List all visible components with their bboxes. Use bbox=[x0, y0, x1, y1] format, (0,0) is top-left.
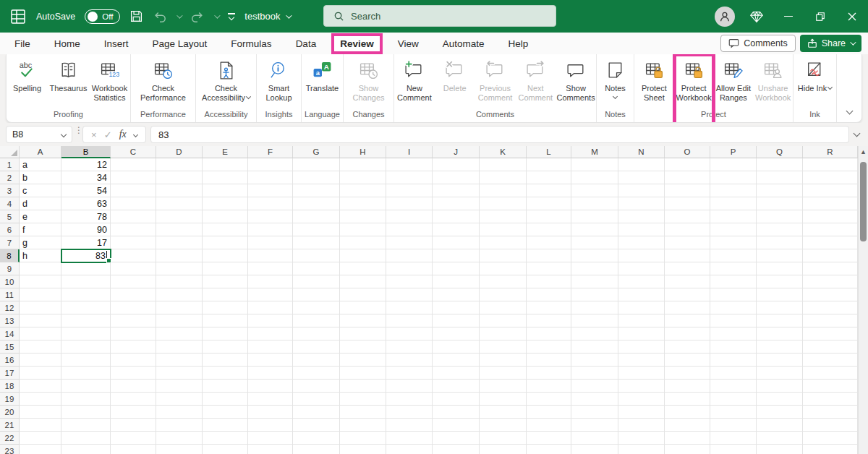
tab-review[interactable]: Review bbox=[331, 33, 383, 54]
cell-C23[interactable] bbox=[111, 445, 156, 454]
cell-B16[interactable] bbox=[61, 354, 111, 367]
cell-D13[interactable] bbox=[156, 314, 203, 327]
row-header-4[interactable]: 4 bbox=[0, 197, 20, 210]
cell-P19[interactable] bbox=[710, 393, 757, 406]
cell-M4[interactable] bbox=[571, 197, 618, 210]
cell-I16[interactable] bbox=[386, 354, 433, 367]
cell-A22[interactable] bbox=[20, 432, 61, 445]
cell-G4[interactable] bbox=[293, 197, 340, 210]
cell-A10[interactable] bbox=[20, 275, 61, 288]
cell-L10[interactable] bbox=[527, 275, 571, 288]
cell-A9[interactable] bbox=[20, 262, 61, 275]
cell-P11[interactable] bbox=[710, 288, 757, 301]
cell-L19[interactable] bbox=[527, 393, 571, 406]
cell-E10[interactable] bbox=[203, 275, 248, 288]
row-header-22[interactable]: 22 bbox=[0, 432, 20, 445]
cell-G21[interactable] bbox=[293, 419, 340, 432]
cell-L14[interactable] bbox=[527, 327, 571, 340]
cell-M12[interactable] bbox=[571, 301, 618, 314]
row-header-11[interactable]: 11 bbox=[0, 288, 20, 301]
cell-N12[interactable] bbox=[618, 301, 665, 314]
cell-H5[interactable] bbox=[340, 210, 386, 223]
cell-H22[interactable] bbox=[340, 432, 386, 445]
cell-C9[interactable] bbox=[111, 262, 156, 275]
cell-P6[interactable] bbox=[710, 223, 757, 236]
cell-R3[interactable] bbox=[803, 184, 858, 197]
cell-B15[interactable] bbox=[61, 340, 111, 354]
show-comments-button[interactable]: Show Comments bbox=[556, 58, 596, 108]
row-header-23[interactable]: 23 bbox=[0, 445, 20, 454]
cell-B17[interactable] bbox=[61, 367, 111, 380]
cell-L11[interactable] bbox=[527, 288, 571, 301]
cell-P16[interactable] bbox=[710, 354, 757, 367]
cell-R16[interactable] bbox=[803, 354, 858, 367]
cell-I12[interactable] bbox=[386, 301, 433, 314]
cell-R17[interactable] bbox=[803, 367, 858, 380]
cell-N23[interactable] bbox=[618, 445, 665, 454]
cell-J6[interactable] bbox=[433, 223, 480, 236]
cell-A23[interactable] bbox=[20, 445, 61, 454]
cell-N20[interactable] bbox=[618, 406, 665, 419]
cell-O9[interactable] bbox=[665, 262, 710, 275]
cell-B18[interactable] bbox=[61, 380, 111, 393]
cell-I15[interactable] bbox=[386, 340, 433, 354]
cell-C21[interactable] bbox=[111, 419, 156, 432]
cell-D18[interactable] bbox=[156, 380, 203, 393]
cell-I5[interactable] bbox=[386, 210, 433, 223]
column-header-H[interactable]: H bbox=[340, 146, 386, 158]
cell-N2[interactable] bbox=[618, 171, 665, 184]
cell-G18[interactable] bbox=[293, 380, 340, 393]
cell-L13[interactable] bbox=[527, 314, 571, 327]
cell-A2[interactable]: b bbox=[20, 171, 61, 184]
column-header-M[interactable]: M bbox=[571, 146, 618, 158]
cell-Q17[interactable] bbox=[757, 367, 803, 380]
cell-R19[interactable] bbox=[803, 393, 858, 406]
cell-C5[interactable] bbox=[111, 210, 156, 223]
enter-icon[interactable]: ✓ bbox=[104, 129, 112, 140]
cell-L9[interactable] bbox=[527, 262, 571, 275]
cell-N4[interactable] bbox=[618, 197, 665, 210]
cell-J1[interactable] bbox=[433, 158, 480, 171]
cell-J7[interactable] bbox=[433, 236, 480, 249]
row-header-6[interactable]: 6 bbox=[0, 223, 20, 236]
row-header-18[interactable]: 18 bbox=[0, 380, 20, 393]
vertical-scrollbar[interactable]: ▲ bbox=[858, 146, 868, 454]
cell-G12[interactable] bbox=[293, 301, 340, 314]
cell-H17[interactable] bbox=[340, 367, 386, 380]
cell-Q12[interactable] bbox=[757, 301, 803, 314]
cell-D5[interactable] bbox=[156, 210, 203, 223]
cell-P4[interactable] bbox=[710, 197, 757, 210]
cell-B8[interactable]: 83 bbox=[61, 249, 111, 262]
cell-L1[interactable] bbox=[527, 158, 571, 171]
cell-F13[interactable] bbox=[248, 314, 293, 327]
save-icon[interactable] bbox=[129, 9, 143, 23]
cell-K23[interactable] bbox=[480, 445, 527, 454]
cell-Q3[interactable] bbox=[757, 184, 803, 197]
cell-A14[interactable] bbox=[20, 327, 61, 340]
notes-button[interactable]: Notes bbox=[597, 58, 634, 108]
cell-K20[interactable] bbox=[480, 406, 527, 419]
cell-A11[interactable] bbox=[20, 288, 61, 301]
cell-O5[interactable] bbox=[665, 210, 710, 223]
cell-N3[interactable] bbox=[618, 184, 665, 197]
cell-K18[interactable] bbox=[480, 380, 527, 393]
cell-A18[interactable] bbox=[20, 380, 61, 393]
cell-D16[interactable] bbox=[156, 354, 203, 367]
cell-C7[interactable] bbox=[111, 236, 156, 249]
row-header-13[interactable]: 13 bbox=[0, 314, 20, 327]
cell-O4[interactable] bbox=[665, 197, 710, 210]
cell-N14[interactable] bbox=[618, 327, 665, 340]
tab-formulas[interactable]: Formulas bbox=[222, 33, 280, 54]
cell-P2[interactable] bbox=[710, 171, 757, 184]
cell-P7[interactable] bbox=[710, 236, 757, 249]
cell-E17[interactable] bbox=[203, 367, 248, 380]
cell-F2[interactable] bbox=[248, 171, 293, 184]
cell-I17[interactable] bbox=[386, 367, 433, 380]
cell-M7[interactable] bbox=[571, 236, 618, 249]
cell-B10[interactable] bbox=[61, 275, 111, 288]
scrollbar-thumb[interactable] bbox=[860, 162, 867, 241]
cell-M22[interactable] bbox=[571, 432, 618, 445]
cell-F15[interactable] bbox=[248, 340, 293, 354]
cell-G14[interactable] bbox=[293, 327, 340, 340]
cell-A3[interactable]: c bbox=[20, 184, 61, 197]
